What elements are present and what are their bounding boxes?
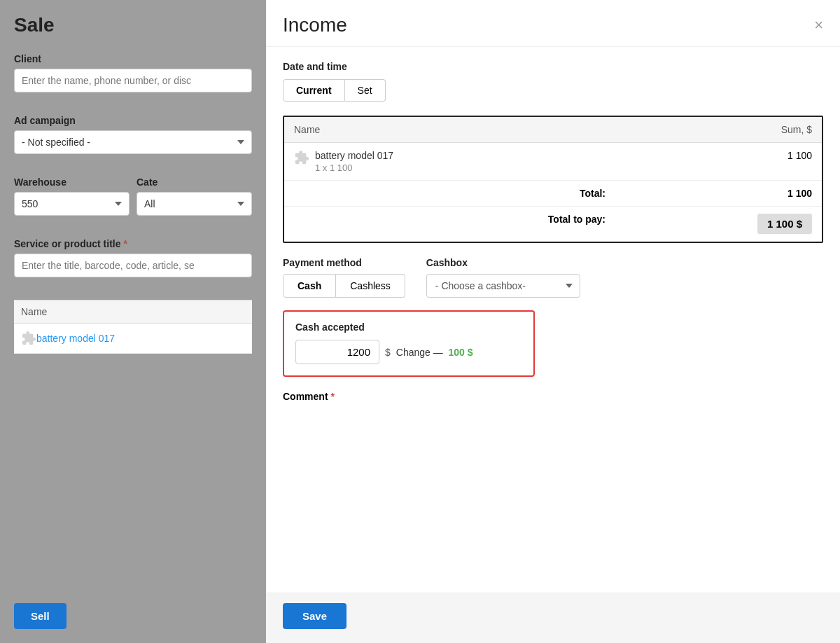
modal-footer: Save [266, 593, 840, 643]
total-to-pay-value-cell: 1 100 $ [615, 207, 822, 242]
total-to-pay-label: Total to pay: [284, 207, 615, 242]
col-name-header: Name [284, 117, 615, 143]
cash-accepted-input[interactable] [295, 340, 379, 364]
ad-campaign-label: Ad campaign [14, 115, 252, 126]
comment-label: Comment * [283, 391, 823, 402]
client-label: Client [14, 53, 252, 64]
currency-label: $ [385, 347, 391, 358]
comment-section: Comment * [283, 391, 823, 402]
current-btn[interactable]: Current [283, 79, 345, 102]
set-btn[interactable]: Set [345, 79, 386, 102]
client-field-group: Client [14, 53, 252, 104]
product-puzzle-icon [294, 150, 309, 165]
warehouse-category-row: Warehouse 550 Cate All [14, 177, 252, 238]
cash-accepted-box: Cash accepted $ Change — 100 $ [283, 310, 535, 377]
payment-method-col: Payment method Cash Cashless [283, 257, 405, 298]
puzzle-icon [21, 331, 36, 346]
receipt-table-header-row: Name Sum, $ [284, 117, 822, 143]
total-to-pay-value: 1 100 $ [757, 214, 812, 234]
product-table-header: Name [14, 300, 252, 324]
change-amount: 100 $ [449, 347, 473, 358]
total-row: Total: 1 100 [284, 181, 822, 207]
left-panel: Sale Client Ad campaign - Not specified … [0, 0, 266, 643]
product-label: Service or product title * [14, 238, 252, 249]
client-input[interactable] [14, 69, 252, 92]
col-sum-header: Sum, $ [615, 117, 822, 143]
date-time-btn-group: Current Set [283, 79, 823, 102]
category-select[interactable]: All [136, 192, 252, 216]
payment-btn-group: Cash Cashless [283, 274, 405, 298]
product-meta: 1 x 1 100 [315, 163, 393, 173]
receipt-table: Name Sum, $ battery model 017 [284, 117, 822, 242]
income-modal: Income × Date and time Current Set Name … [266, 0, 840, 643]
table-row: battery model 017 [14, 324, 252, 354]
cashbox-col: Cashbox - Choose a cashbox- [426, 257, 580, 298]
cashless-btn[interactable]: Cashless [336, 274, 405, 298]
receipt-product-row: battery model 017 1 x 1 100 1 100 [284, 143, 822, 181]
comment-required-star: * [330, 391, 334, 402]
cashbox-select[interactable]: - Choose a cashbox- [426, 274, 580, 298]
product-info: battery model 017 1 x 1 100 [315, 150, 393, 173]
date-time-label: Date and time [283, 61, 823, 72]
cash-row: $ Change — 100 $ [295, 340, 522, 364]
receipt-area: Name Sum, $ battery model 017 [283, 116, 823, 243]
ad-campaign-select[interactable]: - Not specified - [14, 130, 252, 154]
product-required-star: * [123, 238, 127, 249]
warehouse-select[interactable]: 550 [14, 192, 130, 216]
change-label: Change — 100 $ [396, 347, 473, 358]
total-value: 1 100 [615, 181, 822, 207]
product-input[interactable] [14, 254, 252, 277]
product-cell-inner: battery model 017 1 x 1 100 [294, 150, 606, 173]
product-row-link[interactable]: battery model 017 [36, 333, 115, 344]
warehouse-label: Warehouse [14, 177, 130, 188]
ad-campaign-field-group: Ad campaign - Not specified - [14, 115, 252, 165]
table-name-col: Name [21, 306, 245, 317]
product-field-group: Service or product title * [14, 238, 252, 289]
cashbox-label: Cashbox [426, 257, 580, 268]
page-title: Sale [14, 14, 252, 36]
total-to-pay-row: Total to pay: 1 100 $ [284, 207, 822, 242]
cash-btn[interactable]: Cash [283, 274, 336, 298]
modal-title: Income [283, 14, 347, 36]
product-sum-cell: 1 100 [615, 143, 822, 181]
payment-section: Payment method Cash Cashless Cashbox - C… [283, 257, 823, 298]
save-button[interactable]: Save [283, 603, 346, 629]
sell-button[interactable]: Sell [14, 603, 66, 629]
close-button[interactable]: × [814, 18, 823, 33]
payment-method-label: Payment method [283, 257, 405, 268]
product-name: battery model 017 [315, 150, 393, 161]
cash-accepted-title: Cash accepted [295, 322, 522, 333]
modal-header: Income × [266, 0, 840, 47]
warehouse-field-group: Warehouse 550 [14, 177, 130, 227]
total-label: Total: [284, 181, 615, 207]
category-label: Cate [136, 177, 252, 188]
product-name-cell: battery model 017 1 x 1 100 [284, 143, 615, 181]
modal-body: Date and time Current Set Name Sum, $ [266, 47, 840, 593]
category-field-group: Cate All [136, 177, 252, 227]
